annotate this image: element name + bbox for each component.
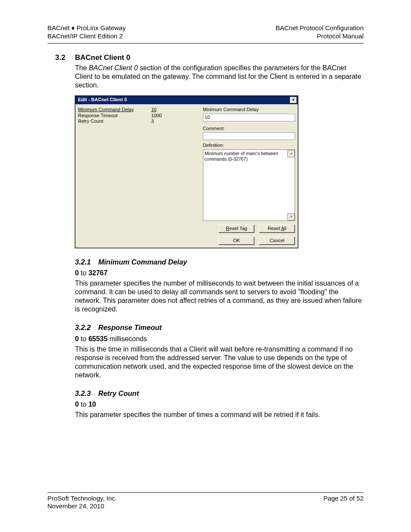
dialog-parameter-list[interactable]: Minimum Command Delay 10 Response Timeou… (78, 107, 200, 245)
range-line: 0 to 65535 milliseconds (75, 335, 364, 343)
footer-company: ProSoft Technology, Inc. (47, 495, 117, 503)
header-separator: ♦ (70, 24, 77, 31)
param-row-minimum-command-delay[interactable]: Minimum Command Delay 10 (78, 107, 200, 113)
param-value: 1000 (151, 113, 162, 119)
ok-cancel-row: OK Cancel (203, 236, 295, 245)
subsection-body: This is the time in milliseconds that a … (75, 345, 364, 380)
range-to: 65535 (88, 335, 108, 342)
reset-all-button[interactable]: Reset All (259, 224, 295, 233)
range-to: 32767 (88, 269, 108, 277)
subsection-title: Response Timeout (98, 323, 162, 332)
dialog-body: Minimum Command Delay 10 Response Timeou… (75, 104, 298, 248)
header-product: BACnet (47, 24, 70, 31)
subsection-title: Retry Count (98, 389, 139, 398)
reset-tag-tail: eset Tag (229, 226, 247, 231)
subsection-body: This parameter specifies the number of m… (75, 279, 364, 314)
section-number: 3.2 (55, 53, 75, 62)
dialog-detail-pane: Minimum Command Delay 10 Comment: Defini… (203, 107, 295, 245)
intro-paragraph: The BACnet Client 0 section of the confi… (75, 64, 364, 90)
subsection-body: This parameter specifies the number of t… (75, 411, 364, 419)
footer-date: November 24, 2010 (47, 502, 117, 510)
subsection-number: 3.2.1 (75, 258, 98, 267)
range-line: 0 to 32767 (75, 269, 364, 277)
definition-textarea[interactable]: Minimum number of msec's between command… (203, 149, 295, 221)
range-to: 10 (88, 401, 96, 408)
close-icon[interactable]: × (290, 97, 297, 103)
range-from: 0 (75, 269, 79, 277)
page-header: BACnet ♦ ProLinx Gateway BACnet/IP Clien… (47, 24, 364, 44)
header-doc-type: Protocol Manual (276, 32, 364, 40)
dialog-title: Edit - BACnet Client 0 (78, 97, 127, 103)
footer-right: Page 25 of 52 (324, 495, 364, 511)
param-key: Retry Count (78, 118, 151, 124)
range-mid: to (79, 269, 88, 277)
header-edition: BACnet/IP Client Edition 2 (47, 32, 126, 40)
subsection-heading: 3.2.2 Response Timeout (75, 323, 364, 332)
section-heading: 3.2 BACnet Client 0 (55, 53, 364, 62)
dialog-titlebar[interactable]: Edit - BACnet Client 0 × (75, 96, 298, 104)
range-tail: milliseconds (108, 335, 147, 342)
intro-italic: BACnet Client 0 (89, 64, 138, 72)
footer-content: ProSoft Technology, Inc. November 24, 20… (47, 495, 364, 511)
header-left: BACnet ♦ ProLinx Gateway BACnet/IP Clien… (47, 24, 126, 40)
definition-text: Minimum number of msec's between command… (205, 151, 278, 162)
param-key: Minimum Command Delay (78, 107, 151, 113)
param-value: 10 (151, 107, 156, 113)
ok-button[interactable]: OK (218, 236, 255, 245)
param-key: Response Timeout (78, 113, 151, 119)
subsection-number: 3.2.2 (75, 323, 98, 332)
header-right: BACnet Protocol Configuration Protocol M… (276, 24, 364, 40)
param-value: 3 (151, 118, 154, 124)
definition-label: Definition: (203, 143, 295, 149)
scroll-down-icon[interactable]: ▾ (287, 213, 295, 221)
section-content: The BACnet Client 0 section of the confi… (75, 64, 364, 420)
intro-text-a: The (75, 64, 89, 72)
cancel-button[interactable]: Cancel (259, 236, 295, 245)
header-doc-section: BACnet Protocol Configuration (276, 24, 364, 32)
document-page: BACnet ♦ ProLinx Gateway BACnet/IP Clien… (0, 0, 411, 532)
range-mid: to (79, 401, 88, 408)
range-from: 0 (75, 401, 79, 408)
config-dialog: Edit - BACnet Client 0 × Minimum Command… (75, 96, 298, 248)
comment-input[interactable] (203, 132, 295, 140)
footer-rule (47, 492, 364, 493)
page-footer: ProSoft Technology, Inc. November 24, 20… (47, 492, 364, 511)
footer-left: ProSoft Technology, Inc. November 24, 20… (47, 495, 117, 511)
header-product-line: BACnet ♦ ProLinx Gateway (47, 24, 126, 32)
section-title: BACnet Client 0 (75, 53, 130, 62)
scroll-up-icon[interactable]: ▴ (287, 150, 295, 157)
subsection-heading: 3.2.1 Minimum Command Delay (75, 258, 364, 267)
value-input[interactable]: 10 (203, 114, 295, 121)
subsection-title: Minimum Command Delay (98, 258, 187, 267)
param-row-response-timeout[interactable]: Response Timeout 1000 (78, 113, 200, 119)
subsection-heading: 3.2.3 Retry Count (75, 389, 364, 398)
reset-button-row: Reset Tag Reset All (203, 224, 295, 233)
reset-tag-button[interactable]: Reset Tag (218, 224, 255, 233)
header-gateway: ProLinx Gateway (77, 24, 126, 31)
param-row-retry-count[interactable]: Retry Count 3 (78, 118, 200, 124)
range-from: 0 (75, 335, 79, 342)
subsection-number: 3.2.3 (75, 389, 98, 398)
comment-label: Comment: (203, 126, 295, 132)
detail-param-label: Minimum Command Delay (203, 107, 295, 113)
footer-page-number: Page 25 of 52 (324, 495, 364, 502)
range-line: 0 to 10 (75, 400, 364, 409)
range-mid: to (79, 335, 88, 342)
